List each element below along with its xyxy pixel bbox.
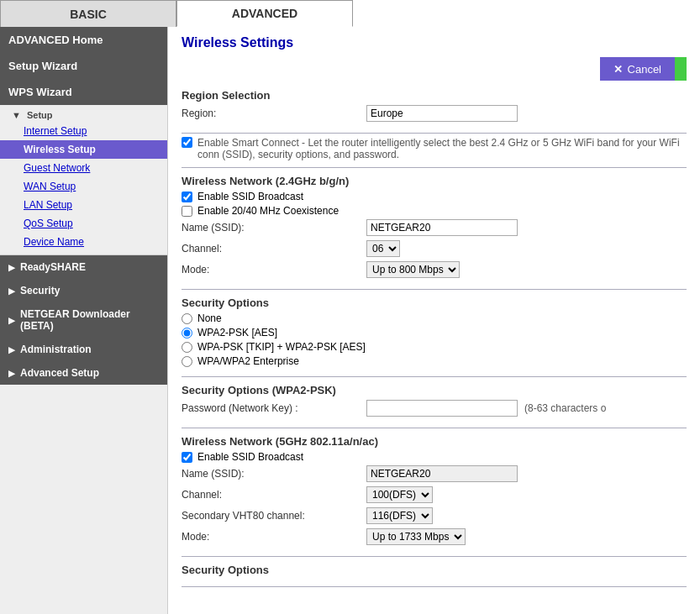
region-section-title: Region Selection — [182, 89, 687, 102]
security-options-5g-section: Security Options — [182, 564, 687, 587]
arrow-icon: ▶ — [8, 369, 15, 378]
tab-advanced-label: ADVANCED — [232, 7, 297, 20]
enable-2040-row: Enable 20/40 MHz Coexistence — [182, 205, 687, 217]
arrow-icon: ▶ — [8, 316, 15, 325]
sec-enterprise-radio[interactable] — [182, 356, 192, 367]
ssid-5g-input[interactable] — [366, 465, 518, 482]
security-options-5g-title: Security Options — [182, 564, 687, 576]
enable-ssid-broadcast-5g-row: Enable SSID Broadcast — [182, 451, 687, 463]
wireless-5g-section: Wireless Network (5GHz 802.11a/n/ac) Ena… — [182, 435, 687, 557]
password-row: Password (Network Key) : (8-63 character… — [182, 400, 687, 417]
smart-connect-checkbox[interactable] — [182, 137, 192, 148]
mode-24-select[interactable]: Up to 800 Mbps Up to 400 Mbps — [366, 261, 460, 278]
sidebar-item-netgear-downloader[interactable]: ▶ NETGEAR Downloader (BETA) — [0, 302, 167, 338]
secondary-vht80-select[interactable]: 116(DFS) 36 — [366, 507, 433, 524]
status-indicator — [675, 57, 687, 81]
wireless-5g-title: Wireless Network (5GHz 802.11a/n/ac) — [182, 435, 687, 448]
cancel-bar: ✕ Cancel — [182, 57, 687, 81]
channel-5g-select[interactable]: 100(DFS) 36 149 — [366, 486, 433, 503]
security-options-section: Security Options None WPA2-PSK [AES] WPA… — [182, 297, 687, 377]
enable-2040-checkbox[interactable] — [182, 206, 192, 217]
sec-enterprise-label: WPA/WPA2 Enterprise — [197, 355, 299, 367]
sidebar-item-readyshare[interactable]: ▶ ReadySHARE — [0, 255, 167, 279]
sidebar-item-advanced-setup[interactable]: ▶ Advanced Setup — [0, 361, 167, 385]
cancel-button[interactable]: ✕ Cancel — [600, 57, 675, 81]
sec-wpa-combo-row: WPA-PSK [TKIP] + WPA2-PSK [AES] — [182, 341, 687, 353]
sec-wpa2-label: WPA2-PSK [AES] — [197, 327, 277, 338]
region-input[interactable] — [366, 105, 518, 122]
sec-wpa2-row: WPA2-PSK [AES] — [182, 327, 687, 338]
sidebar-item-security[interactable]: ▶ Security — [0, 279, 167, 302]
sidebar-item-internet-setup[interactable]: Internet Setup — [0, 122, 167, 140]
smart-connect-row: Enable Smart Connect - Let the router in… — [182, 137, 687, 168]
sidebar-item-qos-setup[interactable]: QoS Setup — [0, 214, 167, 233]
sidebar-item-setup-wizard[interactable]: Setup Wizard — [0, 53, 167, 79]
sidebar-item-lan-setup[interactable]: LAN Setup — [0, 196, 167, 214]
sidebar-item-advanced-home[interactable]: ADVANCED Home — [0, 27, 167, 53]
channel-24-select[interactable]: 06 01 11 — [366, 240, 400, 257]
mode-5g-row: Mode: Up to 1733 Mbps Up to 800 Mbps — [182, 528, 687, 545]
tab-basic-label: BASIC — [70, 8, 107, 21]
sidebar-item-administration[interactable]: ▶ Administration — [0, 338, 167, 361]
sec-none-row: None — [182, 312, 687, 324]
tab-advanced[interactable]: ADVANCED — [176, 0, 353, 27]
password-input[interactable] — [366, 400, 518, 417]
arrow-icon: ▶ — [8, 263, 15, 272]
sidebar-item-guest-network[interactable]: Guest Network — [0, 159, 167, 177]
channel-24-label: Channel: — [182, 243, 366, 255]
region-row: Region: — [182, 105, 687, 122]
mode-24-label: Mode: — [182, 264, 366, 276]
secondary-vht80-row: Secondary VHT80 channel: 116(DFS) 36 — [182, 507, 687, 524]
mode-5g-select[interactable]: Up to 1733 Mbps Up to 800 Mbps — [366, 528, 466, 545]
channel-24-row: Channel: 06 01 11 — [182, 240, 687, 257]
enable-ssid-broadcast-24-row: Enable SSID Broadcast — [182, 191, 687, 202]
sec-enterprise-row: WPA/WPA2 Enterprise — [182, 355, 687, 367]
ssid-24-input[interactable] — [366, 219, 518, 236]
enable-2040-label: Enable 20/40 MHz Coexistence — [197, 205, 339, 217]
sidebar-section-setup[interactable]: ▼ Setup — [0, 105, 167, 122]
sec-wpa2-radio[interactable] — [182, 328, 192, 338]
ssid-24-row: Name (SSID): — [182, 219, 687, 236]
password-label: Password (Network Key) : — [182, 402, 366, 414]
wireless-24-title: Wireless Network (2.4GHz b/g/n) — [182, 175, 687, 187]
arrow-icon: ▼ — [12, 110, 21, 120]
sec-none-label: None — [197, 312, 222, 324]
secondary-vht80-label: Secondary VHT80 channel: — [182, 510, 366, 522]
sidebar-item-wan-setup[interactable]: WAN Setup — [0, 177, 167, 196]
security-options-title: Security Options — [182, 297, 687, 309]
mode-5g-label: Mode: — [182, 531, 366, 543]
sec-wpa-combo-radio[interactable] — [182, 342, 192, 353]
sec-none-radio[interactable] — [182, 313, 192, 324]
ssid-5g-label: Name (SSID): — [182, 468, 366, 480]
arrow-icon: ▶ — [8, 286, 15, 296]
page-title: Wireless Settings — [182, 35, 687, 50]
password-hint: (8-63 characters o — [524, 402, 606, 414]
sidebar-item-wireless-setup[interactable]: Wireless Setup — [0, 140, 167, 159]
sec-wpa-combo-label: WPA-PSK [TKIP] + WPA2-PSK [AES] — [197, 341, 366, 353]
enable-ssid-broadcast-5g-checkbox[interactable] — [182, 452, 192, 463]
channel-5g-label: Channel: — [182, 489, 366, 501]
security-wpa2-section: Security Options (WPA2-PSK) Password (Ne… — [182, 384, 687, 428]
security-wpa2-title: Security Options (WPA2-PSK) — [182, 384, 687, 396]
sidebar: ADVANCED Home Setup Wizard WPS Wizard ▼ … — [0, 27, 168, 614]
smart-connect-text: Enable Smart Connect - Let the router in… — [197, 137, 687, 160]
enable-ssid-broadcast-5g-label: Enable SSID Broadcast — [197, 451, 303, 463]
enable-ssid-broadcast-24-checkbox[interactable] — [182, 192, 192, 202]
region-section: Region Selection Region: — [182, 89, 687, 134]
close-icon: ✕ — [613, 63, 623, 76]
ssid-5g-row: Name (SSID): — [182, 465, 687, 482]
arrow-icon: ▶ — [8, 345, 15, 354]
ssid-24-label: Name (SSID): — [182, 222, 366, 234]
wireless-24-section: Wireless Network (2.4GHz b/g/n) Enable S… — [182, 175, 687, 290]
main-content: Wireless Settings ✕ Cancel Region Select… — [168, 27, 700, 614]
sidebar-item-wps-wizard[interactable]: WPS Wizard — [0, 79, 167, 105]
enable-ssid-broadcast-24-label: Enable SSID Broadcast — [197, 191, 303, 202]
channel-5g-row: Channel: 100(DFS) 36 149 — [182, 486, 687, 503]
tab-basic[interactable]: BASIC — [0, 0, 176, 27]
region-label: Region: — [182, 108, 366, 119]
sidebar-item-device-name[interactable]: Device Name — [0, 233, 167, 251]
mode-24-row: Mode: Up to 800 Mbps Up to 400 Mbps — [182, 261, 687, 278]
